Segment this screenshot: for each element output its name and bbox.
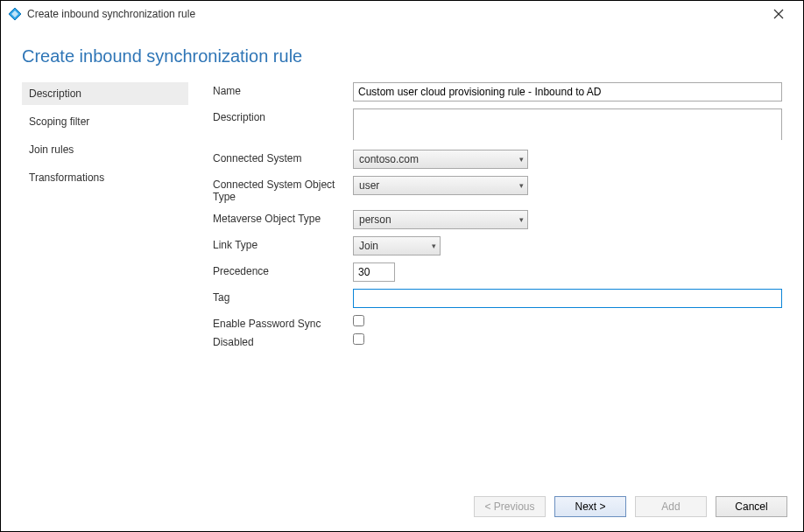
dialog-window: Create inbound synchronization rule Crea… [0,0,804,532]
chevron-down-icon: ▾ [519,181,524,190]
titlebar: Create inbound synchronization rule [1,1,803,27]
connected-system-dropdown[interactable]: contoso.com ▾ [353,150,528,169]
previous-button[interactable]: < Previous [474,496,546,517]
close-icon[interactable] [761,2,796,26]
add-button[interactable]: Add [635,496,707,517]
link-type-dropdown[interactable]: Join ▾ [353,236,441,256]
sidebar-item-join-rules[interactable]: Join rules [22,138,188,161]
window-title: Create inbound synchronization rule [27,8,761,20]
sidebar-item-label: Transformations [29,172,104,184]
tag-input[interactable] [353,289,782,308]
mv-object-type-label: Metaverse Object Type [213,210,353,225]
chevron-down-icon: ▾ [519,215,524,224]
sidebar-item-scoping-filter[interactable]: Scoping filter [22,110,188,133]
precedence-input[interactable] [353,262,395,282]
form-panel: Name Description Connected System [213,82,786,355]
sidebar-item-label: Scoping filter [29,116,89,128]
connected-system-label: Connected System [213,150,353,164]
tag-label: Tag [213,289,353,304]
link-type-label: Link Type [213,236,353,251]
description-label: Description [213,108,353,123]
cs-object-type-label: Connected System Object Type [213,176,353,203]
body: Description Scoping filter Join rules Tr… [22,82,786,355]
name-input[interactable] [353,82,782,102]
sidebar-item-description[interactable]: Description [22,82,188,105]
dropdown-value: person [359,214,391,226]
name-label: Name [213,82,353,97]
precedence-label: Precedence [213,262,353,277]
chevron-down-icon: ▾ [432,242,436,250]
footer-buttons: < Previous Next > Add Cancel [1,489,803,531]
dropdown-value: contoso.com [359,153,419,165]
wizard-sidebar: Description Scoping filter Join rules Tr… [22,82,188,355]
dropdown-value: user [359,179,379,192]
next-button[interactable]: Next > [554,496,626,517]
description-input[interactable] [353,108,782,140]
sidebar-item-label: Join rules [29,144,74,156]
app-icon [8,7,22,21]
page-title: Create inbound synchronization rule [22,46,786,66]
content-area: Create inbound synchronization rule Desc… [1,27,803,489]
disabled-checkbox[interactable] [353,333,364,345]
sidebar-item-transformations[interactable]: Transformations [22,166,188,189]
dropdown-value: Join [359,240,378,252]
chevron-down-icon: ▾ [519,155,524,164]
sidebar-item-label: Description [29,88,81,100]
enable-password-sync-label: Enable Password Sync [213,315,353,330]
mv-object-type-dropdown[interactable]: person ▾ [353,210,528,229]
cancel-button[interactable]: Cancel [716,496,787,517]
disabled-label: Disabled [213,333,353,348]
enable-password-sync-checkbox[interactable] [353,315,364,326]
cs-object-type-dropdown[interactable]: user ▾ [353,176,528,195]
